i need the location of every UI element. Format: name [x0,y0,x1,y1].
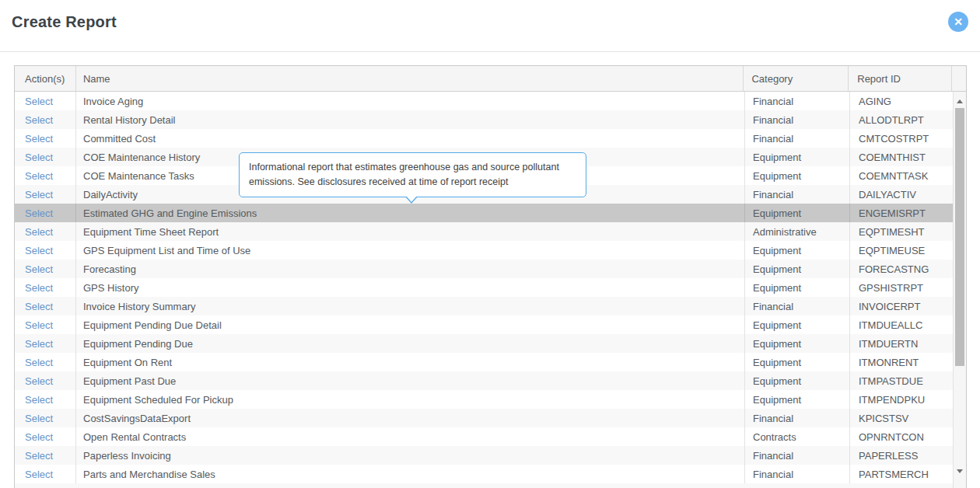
cell-category: Financial [745,110,850,129]
cell-report-id: EQPTIMESHT [850,222,954,241]
cell-report-id: CMTCOSTRPT [850,129,954,148]
cell-report-id: GPSHISTRPT [850,278,954,297]
table-row: Select Forecasting Equipment FORECASTNG [15,260,966,278]
column-header-report-id: Report ID [849,66,952,91]
partial-row [15,483,966,488]
cell-report-name: Invoice History Summary [76,297,745,315]
cell-report-name: Forecasting [76,260,745,278]
select-link[interactable]: Select [25,263,53,275]
cell-report-name: Paperless Invoicing [76,446,745,465]
scrollbar-thumb[interactable] [955,108,964,366]
cell-category: Equipment [745,390,850,409]
column-header-category: Category [744,66,849,91]
select-link[interactable]: Select [25,357,53,368]
cell-report-name: GPS History [76,278,745,297]
cell-category: Financial [745,409,850,427]
cell-report-id: AGING [850,92,954,110]
select-link[interactable]: Select [25,152,53,163]
cell-report-id: ITMONRENT [850,353,954,371]
cell-report-name: Equipment Time Sheet Report [76,222,745,241]
cell-category: Equipment [745,204,850,222]
cell-report-id: PAPERLESS [850,446,954,465]
select-link[interactable]: Select [25,301,53,312]
cell-category: Equipment [745,260,850,278]
select-link[interactable]: Select [25,431,53,443]
cell-report-id: PARTSMERCH [850,465,954,483]
table-row: Select Equipment Scheduled For Pickup Eq… [15,390,966,409]
select-link[interactable]: Select [25,338,53,350]
table-row: Select Equipment Pending Due Equipment I… [15,334,966,353]
cell-category: Financial [745,465,850,483]
cell-report-id: COEMNTTASK [850,166,954,185]
tooltip-arrow-fill [406,196,417,202]
select-link[interactable]: Select [25,133,53,145]
cell-category: Equipment [745,353,850,371]
select-link[interactable]: Select [25,282,53,294]
table-row: Select Equipment Past Due Equipment ITMP… [15,371,966,390]
table-row: Select Equipment Time Sheet Report Admin… [15,222,966,241]
cell-category: Administrative [745,222,850,241]
cell-report-id: ITMPENDPKU [850,390,954,409]
scroll-down-button[interactable] [954,465,966,477]
table-header-row: Action(s) Name Category Report ID [15,66,966,92]
select-link[interactable]: Select [25,394,53,406]
select-link[interactable]: Select [25,170,53,182]
close-icon: ✕ [954,16,963,27]
table-row: Select GPS History Equipment GPSHISTRPT [15,278,966,297]
select-link[interactable]: Select [25,245,53,256]
arrow-up-icon [957,99,963,103]
table-row: Select Paperless Invoicing Financial PAP… [15,446,966,465]
column-header-actions: Action(s) [15,66,76,91]
cell-report-name: GPS Equipment List and Time of Use [76,241,745,260]
select-link[interactable]: Select [25,226,53,238]
table-row: Select CostSavingsDataExport Financial K… [15,409,966,427]
select-link[interactable]: Select [25,375,53,387]
cell-category: Equipment [745,241,850,260]
table-row: Select Equipment Pending Due Detail Equi… [15,315,966,334]
table-row: Select Parts and Merchandise Sales Finan… [15,465,966,483]
vertical-scrollbar[interactable] [953,92,966,488]
cell-category: Financial [745,446,850,465]
cell-category: Contracts [745,427,850,446]
cell-report-name: Equipment Past Due [76,371,745,390]
select-link[interactable]: Select [25,319,53,331]
column-header-filler [952,66,966,91]
scroll-up-button[interactable] [954,95,966,107]
select-link[interactable]: Select [25,469,53,480]
select-link[interactable]: Select [25,450,53,462]
cell-report-id: ITMDUERTN [850,334,954,353]
cell-report-id: ENGEMISRPT [850,204,954,222]
select-link[interactable]: Select [25,114,53,126]
cell-category: Equipment [745,166,850,185]
arrow-down-icon [957,469,963,473]
column-header-name: Name [76,66,744,91]
cell-category: Equipment [745,315,850,334]
cell-category: Financial [745,297,850,315]
cell-report-name: Committed Cost [76,129,745,148]
cell-report-name: Estimated GHG and Engine Emissions [76,204,745,222]
cell-report-id: EQPTIMEUSE [850,241,954,260]
cell-report-id: ITMDUEALLC [850,315,954,334]
cell-report-name: Open Rental Contracts [76,427,745,446]
cell-category: Equipment [745,371,850,390]
cell-report-id: DAILYACTIV [850,185,954,204]
report-description-tooltip: Informational report that estimates gree… [239,152,586,197]
cell-category: Financial [745,92,850,110]
cell-report-name: Rental History Detail [76,110,745,129]
table-row: Select Estimated GHG and Engine Emission… [15,204,966,222]
table-row: Select Rental History Detail Financial A… [15,110,966,129]
table-row: Select Equipment On Rent Equipment ITMON… [15,353,966,371]
cell-report-name: Invoice Aging [76,92,745,110]
select-link[interactable]: Select [25,413,53,424]
table-body: Select Invoice Aging Financial AGING Sel… [15,92,966,488]
cell-report-id: ALLODTLRPT [850,110,954,129]
cell-report-name: CostSavingsDataExport [76,409,745,427]
cell-report-id: OPNRNTCON [850,427,954,446]
select-link[interactable]: Select [25,96,53,107]
cell-report-id: FORECASTNG [850,260,954,278]
table-row: Select GPS Equipment List and Time of Us… [15,241,966,260]
select-link[interactable]: Select [25,207,53,219]
select-link[interactable]: Select [25,189,53,200]
close-button[interactable]: ✕ [948,12,968,32]
cell-category: Financial [745,185,850,204]
